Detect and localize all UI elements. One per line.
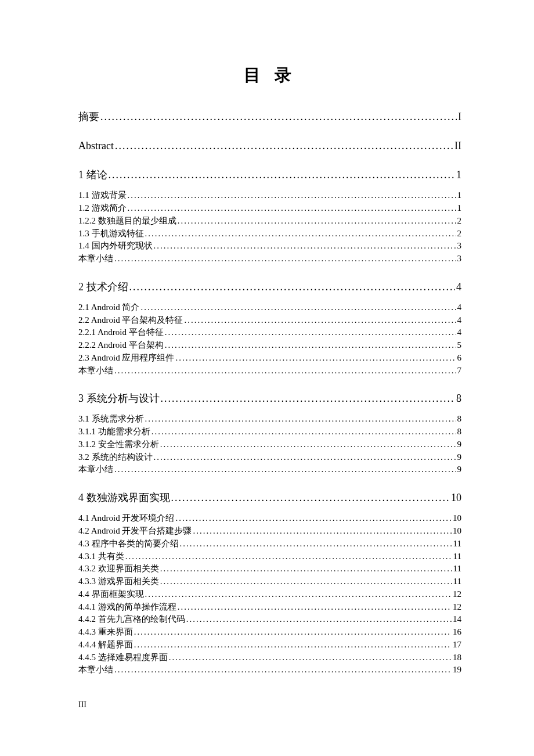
- toc-dots: [128, 189, 456, 202]
- toc-dots: [171, 490, 450, 505]
- toc-entry: 3 系统分析与设计8: [78, 391, 461, 406]
- toc-entry-label: 1.1 游戏背景: [78, 189, 127, 202]
- toc-dots: [154, 240, 456, 253]
- toc-entry-page: 19: [453, 664, 461, 676]
- toc-section: 2 技术介绍42.1 Android 简介42.2 Android 平台架构及特…: [78, 279, 461, 377]
- toc-entry: 3.1.1 功能需求分析8: [78, 426, 461, 438]
- toc-entry: 1.4 国内外研究现状3: [78, 240, 461, 253]
- toc-entry-page: 1: [457, 189, 462, 202]
- toc-dots: [114, 463, 456, 476]
- toc-entry-page: 11: [453, 563, 461, 575]
- toc-entry: 4.4.3 重来界面16: [78, 626, 461, 639]
- toc-entry-label: 3.1.1 功能需求分析: [78, 426, 150, 438]
- toc-entry-page: 4: [457, 314, 462, 327]
- toc-entry: 3.1 系统需求分析8: [78, 413, 461, 426]
- toc-entry-page: 14: [453, 613, 461, 626]
- toc-entry-label: 摘要: [78, 109, 99, 124]
- toc-entry-page: 3: [457, 253, 462, 265]
- toc-title: 目 录: [78, 64, 461, 87]
- toc-dots: [160, 563, 452, 575]
- toc-entry-label: 2.2 Android 平台架构及特征: [78, 314, 183, 327]
- toc-entry-label: 本章小结: [78, 365, 113, 377]
- toc-entry: 本章小结3: [78, 253, 461, 265]
- toc-entry: 4 数独游戏界面实现10: [78, 490, 461, 505]
- toc-entry: 4.4.4 解题界面17: [78, 639, 461, 651]
- toc-entry-label: 3.1.2 安全性需求分析: [78, 438, 159, 451]
- toc-entry-page: 4: [457, 326, 462, 339]
- toc-entry: 本章小结7: [78, 365, 461, 377]
- toc-entry-page: 3: [457, 240, 462, 253]
- toc-entry: AbstractII: [78, 138, 461, 153]
- toc-dots: [100, 109, 457, 124]
- toc-entry-page: 1: [456, 167, 461, 182]
- toc-dots: [115, 138, 453, 153]
- toc-entry-label: 4.4.5 选择难易程度界面: [78, 651, 168, 664]
- toc-entry-page: 4: [456, 279, 461, 294]
- toc-entry-page: 16: [453, 626, 461, 639]
- toc-entry-label: 4.3.3 游戏界面相关类: [78, 575, 159, 588]
- toc-entry-label: 2.2.2 Android 平台架构: [78, 339, 164, 352]
- toc-entry: 4.2 Android 开发平台搭建步骤10: [78, 525, 461, 538]
- toc-entry-label: 3 系统分析与设计: [78, 391, 160, 406]
- toc-entry-page: 10: [451, 490, 461, 505]
- toc-entry-label: 4.1 Android 开发环境介绍: [78, 512, 174, 525]
- toc-entry: 1.1 游戏背景1: [78, 189, 461, 202]
- toc-entry: 2.2.2 Android 平台架构5: [78, 339, 461, 352]
- toc-entry-page: 12: [453, 588, 461, 601]
- toc-entry-label: 2.1 Android 简介: [78, 301, 139, 314]
- toc-entry-page: 2: [457, 228, 462, 240]
- toc-entry: 4.4.1 游戏的简单操作流程12: [78, 601, 461, 614]
- toc-dots: [114, 253, 456, 265]
- toc-entry-label: 2.3 Android 应用程序组件: [78, 352, 174, 365]
- toc-entry-label: 1 绪论: [78, 167, 107, 182]
- toc-entry-page: 6: [457, 352, 462, 365]
- toc-dots: [178, 601, 452, 614]
- toc-entry-page: 8: [457, 413, 462, 426]
- toc-entry-page: 7: [457, 365, 462, 377]
- toc-entry: 1.2.2 数独题目的最少组成2: [78, 215, 461, 228]
- toc-dots: [154, 451, 456, 464]
- toc-dots: [175, 352, 456, 365]
- toc-entry-label: 1.3 手机游戏特征: [78, 228, 144, 240]
- toc-entry-label: 4.4.2 首先九宫格的绘制代码: [78, 613, 185, 626]
- toc-section: 摘要I: [78, 109, 461, 124]
- toc-dots: [140, 301, 456, 314]
- toc-entry-label: 4 数独游戏界面实现: [78, 490, 170, 505]
- toc-entry-page: 1: [457, 202, 462, 215]
- toc-entry-page: 8: [457, 426, 462, 438]
- toc-entry-label: Abstract: [78, 138, 114, 153]
- toc-entry-label: 4.4 界面框架实现: [78, 588, 144, 601]
- toc-entry: 2.3 Android 应用程序组件6: [78, 352, 461, 365]
- toc-entry-page: 8: [456, 391, 461, 406]
- toc-dots: [128, 202, 456, 215]
- toc-entry-label: 1.2.2 数独题目的最少组成: [78, 215, 176, 228]
- toc-entry: 本章小结9: [78, 463, 461, 476]
- toc-entry: 2.2.1 Android 平台特征4: [78, 326, 461, 339]
- toc-entry: 4.3.1 共有类11: [78, 550, 461, 563]
- toc-dots: [169, 651, 452, 664]
- toc-dots: [134, 626, 452, 639]
- toc-entry: 2.1 Android 简介4: [78, 301, 461, 314]
- toc-dots: [186, 613, 452, 626]
- toc-entry: 1.2 游戏简介1: [78, 202, 461, 215]
- toc-entry-page: 10: [453, 525, 461, 538]
- toc-entry-label: 2 技术介绍: [78, 279, 128, 294]
- toc-entry-label: 3.2 系统的结构设计: [78, 451, 153, 464]
- toc-entry: 2.2 Android 平台架构及特征4: [78, 314, 461, 327]
- toc-entry-page: 11: [453, 550, 461, 563]
- toc-dots: [165, 339, 456, 352]
- toc-entry-label: 3.1 系统需求分析: [78, 413, 144, 426]
- toc-dots: [165, 326, 456, 339]
- toc-entry: 4.3 程序中各类的简要介绍11: [78, 538, 461, 550]
- toc-dots: [134, 639, 452, 651]
- page-number: III: [78, 700, 86, 710]
- toc-entry-page: 18: [453, 651, 461, 664]
- toc-dots: [109, 167, 456, 182]
- toc-dots: [114, 365, 456, 377]
- toc-entry: 本章小结19: [78, 664, 461, 676]
- toc-entry: 4.4 界面框架实现12: [78, 588, 461, 601]
- toc-dots: [125, 550, 452, 563]
- toc-section: 4 数独游戏界面实现104.1 Android 开发环境介绍104.2 Andr…: [78, 490, 461, 676]
- toc-dots: [145, 588, 452, 601]
- toc-entry-page: 11: [453, 575, 461, 588]
